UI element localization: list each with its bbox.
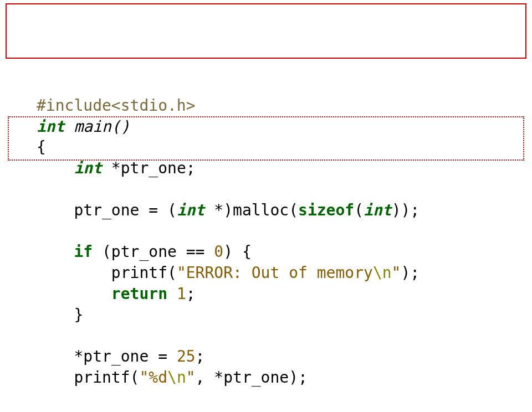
escape-newline: \n [373, 264, 392, 282]
top-border-frame [6, 3, 526, 59]
kw-int: int [74, 159, 102, 177]
assign-b: *)malloc( [204, 201, 298, 219]
semicolon: ; [186, 285, 196, 303]
printf-call: printf( [111, 264, 177, 282]
indent [37, 201, 74, 219]
assign-a: ptr_one = ( [74, 201, 176, 219]
num-zero: 0 [214, 243, 223, 261]
cond-a: (ptr_one == [93, 243, 214, 261]
string-quote: " [186, 368, 196, 387]
semicolon: ; [196, 347, 205, 365]
num-one: 1 [177, 285, 186, 303]
indent [37, 347, 74, 365]
decl-ptr-one: *ptr_one; [102, 159, 196, 177]
string-literal: "ERROR: Out of memory [177, 264, 373, 282]
assign-d: )); [392, 201, 420, 219]
indent [37, 285, 111, 303]
num-twentyfive: 25 [177, 347, 196, 365]
indent [37, 159, 74, 177]
printf-args: , *ptr_one); [196, 368, 308, 387]
indent [37, 306, 74, 324]
call-end: ); [401, 264, 420, 282]
dotted-highlight-frame [8, 116, 524, 161]
string-literal: "%d [139, 368, 167, 387]
preproc-include: #include<stdio.h> [37, 96, 196, 115]
assign-ptr: *ptr_one = [74, 347, 176, 365]
indent [37, 368, 74, 387]
cond-b: ) { [223, 243, 252, 261]
string-quote: " [392, 264, 401, 282]
indent [37, 243, 74, 261]
kw-if: if [74, 243, 93, 261]
kw-int: int [364, 201, 392, 219]
brace-close: } [74, 306, 83, 324]
indent [37, 264, 111, 282]
space [167, 285, 177, 303]
kw-return: return [111, 285, 167, 303]
kw-int: int [177, 201, 205, 219]
escape-newline: \n [167, 368, 186, 387]
paren: ( [354, 201, 364, 219]
kw-sizeof: sizeof [298, 201, 354, 219]
printf-call: printf( [74, 368, 139, 387]
